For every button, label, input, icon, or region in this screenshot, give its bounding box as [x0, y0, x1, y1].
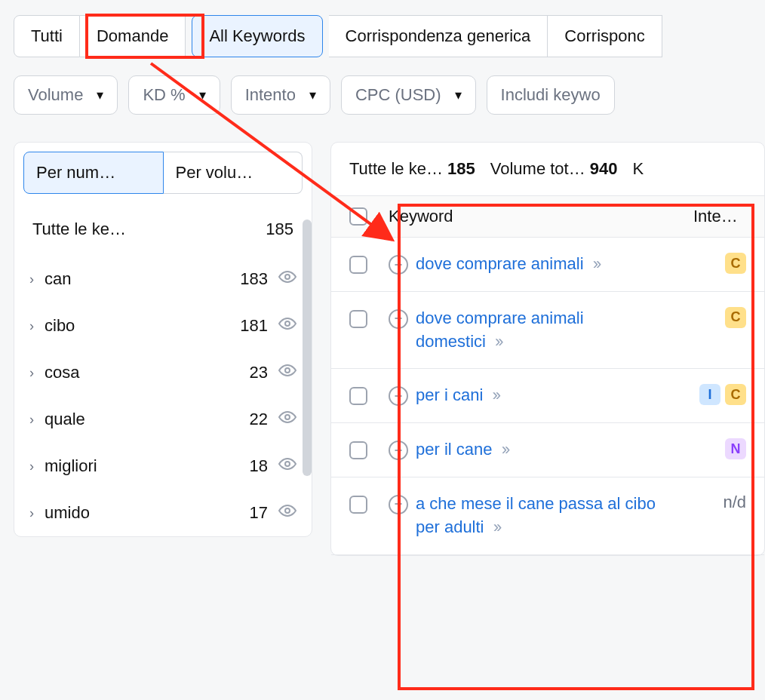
chevron-down-icon: ▾ [97, 87, 103, 103]
row-checkbox[interactable] [349, 387, 367, 405]
row-checkbox[interactable] [349, 496, 367, 514]
chevron-down-icon: ▾ [199, 87, 206, 103]
eye-icon[interactable] [278, 408, 296, 431]
add-keyword-button[interactable]: + [389, 309, 408, 329]
column-intent[interactable]: Inte… [693, 207, 746, 226]
filter-kd-label: KD % [143, 85, 185, 105]
filter-volume-label: Volume [28, 85, 83, 105]
group-term: cibo [45, 316, 240, 336]
eye-icon[interactable] [278, 361, 296, 384]
group-count: 23 [250, 363, 268, 382]
keyword-link[interactable]: dove comprare animali ›› [416, 253, 599, 276]
group-term: cosa [45, 363, 250, 382]
chevron-right-icon: › [29, 459, 34, 474]
column-keyword[interactable]: Keyword [389, 207, 693, 226]
filter-volume[interactable]: Volume▾ [14, 75, 118, 115]
chevrons-icon: ›› [493, 517, 500, 536]
select-all-checkbox[interactable] [349, 207, 367, 226]
tab-all-keywords[interactable]: All Keywords [192, 15, 322, 57]
group-count: 17 [250, 503, 268, 523]
chevron-right-icon: › [29, 365, 34, 381]
group-item[interactable]: ›cosa23 [14, 349, 312, 396]
group-item[interactable]: ›migliori18 [14, 443, 312, 490]
intent-cell: n/d [693, 493, 746, 512]
all-keywords-label: Tutte le ke… [32, 220, 126, 239]
table-summary: Tutte le ke… 185 Volume tot… 940 K [331, 143, 764, 195]
group-item[interactable]: ›quale22 [14, 396, 312, 443]
svg-point-1 [285, 321, 290, 326]
chevrons-icon: ›› [593, 254, 600, 273]
keyword-link[interactable]: per il cane ›› [416, 438, 508, 462]
intent-cell: C [693, 307, 746, 328]
summary-all-label: Tutte le ke… [349, 159, 443, 178]
group-item[interactable]: ›umido17 [14, 490, 312, 536]
group-term: umido [45, 503, 250, 523]
table-header-row: Keyword Inte… [331, 195, 764, 238]
tab-broad-match[interactable]: Corrispondenza generica [329, 15, 548, 57]
chevron-down-icon: ▾ [309, 87, 316, 103]
summary-all-value: 185 [447, 159, 475, 178]
filter-cpc[interactable]: CPC (USD)▾ [341, 75, 476, 115]
scrollbar[interactable] [303, 220, 312, 476]
group-item[interactable]: ›cibo181 [14, 302, 312, 349]
tab-domande[interactable]: Domande [80, 15, 186, 57]
chevron-right-icon: › [29, 318, 34, 334]
keyword-link[interactable]: a che mese il cane passa al cibo per adu… [416, 493, 657, 539]
filter-include-keywords[interactable]: Includi keywo [487, 75, 615, 115]
group-tab-by-number[interactable]: Per num… [23, 152, 164, 194]
table-row: +per il cane ››N [331, 423, 764, 477]
group-term: can [45, 269, 240, 289]
intent-cell: IC [693, 384, 746, 405]
chevron-down-icon: ▾ [455, 87, 462, 103]
eye-icon[interactable] [278, 315, 296, 337]
filters-row: Volume▾ KD %▾ Intento▾ CPC (USD)▾ Includ… [0, 57, 765, 128]
table-body: +dove comprare animali ››C+dove comprare… [331, 238, 764, 555]
summary-k-label: K [633, 159, 644, 179]
keywords-table-panel: Tutte le ke… 185 Volume tot… 940 K Keywo… [330, 142, 765, 556]
intent-cell: C [693, 253, 746, 274]
chevron-right-icon: › [29, 272, 34, 287]
keyword-groups-panel: Per num… Per volu… Tutte le ke… 185 ›can… [14, 142, 312, 537]
group-count: 183 [240, 269, 268, 289]
group-tab-by-volume[interactable]: Per volu… [164, 152, 303, 194]
intent-badge-c: C [725, 253, 746, 274]
chevrons-icon: ›› [495, 332, 502, 351]
keyword-link[interactable]: dove comprare animali domestici ›› [416, 307, 657, 354]
group-sort-tabs: Per num… Per volu… [14, 143, 312, 203]
all-keywords-header: Tutte le ke… 185 [14, 203, 312, 256]
chevron-right-icon: › [29, 412, 34, 428]
intent-badge-n: N [725, 438, 746, 459]
row-checkbox[interactable] [349, 310, 367, 328]
group-count: 22 [250, 410, 268, 429]
group-item[interactable]: ›can183 [14, 256, 312, 302]
keyword-link[interactable]: per i cani ›› [416, 384, 499, 407]
group-count: 18 [250, 456, 268, 476]
add-keyword-button[interactable]: + [389, 441, 408, 460]
table-row: +dove comprare animali domestici ››C [331, 292, 764, 370]
row-checkbox[interactable] [349, 256, 367, 274]
add-keyword-button[interactable]: + [389, 495, 408, 514]
keyword-type-tabs: Tutti Domande All Keywords Corrispondenz… [0, 0, 765, 57]
eye-icon[interactable] [278, 502, 296, 524]
intent-cell: N [693, 438, 746, 459]
tab-tutti[interactable]: Tutti [14, 15, 80, 57]
svg-point-4 [285, 462, 290, 466]
svg-point-5 [285, 508, 290, 513]
add-keyword-button[interactable]: + [389, 386, 408, 406]
tab-match-2[interactable]: Corrisponc [548, 15, 662, 57]
filter-kd[interactable]: KD %▾ [128, 75, 220, 115]
filter-intent[interactable]: Intento▾ [231, 75, 330, 115]
chevrons-icon: ›› [502, 440, 508, 459]
filter-intent-label: Intento [245, 85, 296, 105]
filter-cpc-label: CPC (USD) [355, 85, 441, 105]
add-keyword-button[interactable]: + [389, 255, 408, 275]
intent-badge-i: I [699, 384, 720, 405]
table-row: +dove comprare animali ››C [331, 238, 764, 292]
row-checkbox[interactable] [349, 441, 367, 459]
main-content: Per num… Per volu… Tutte le ke… 185 ›can… [0, 128, 765, 556]
group-term: migliori [45, 456, 250, 476]
group-term: quale [45, 410, 250, 429]
eye-icon[interactable] [278, 268, 296, 290]
table-row: +a che mese il cane passa al cibo per ad… [331, 477, 764, 555]
eye-icon[interactable] [278, 455, 296, 477]
